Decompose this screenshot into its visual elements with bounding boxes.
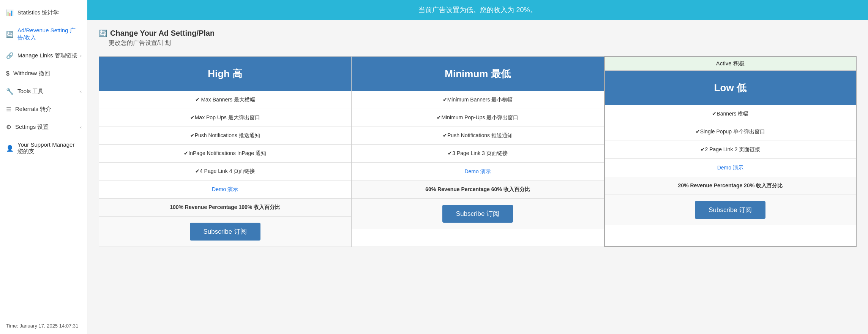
sidebar-item-label: Withdraw 撤回: [13, 70, 50, 77]
demo-link-minimum[interactable]: Demo 演示: [464, 168, 491, 174]
sidebar-item-label: Statistics 统计学: [17, 9, 59, 16]
plan-subscribe-minimum: Subscribe 订阅: [352, 199, 603, 229]
ad-revenue-icon: 🔄: [6, 31, 14, 38]
plan-revenue-low: 20% Revenue Percentage 20% 收入百分比: [605, 177, 856, 195]
chevron-icon: ‹: [80, 53, 82, 59]
settings-icon: ⚙: [6, 123, 11, 131]
plan-demo-minimum[interactable]: Demo 演示: [352, 163, 603, 181]
sidebar-item-label: Manage Links 管理链接: [17, 52, 77, 59]
feature-item: ✔Banners 横幅: [605, 105, 856, 123]
plan-card-high: High 高 ✔ Max Banners 最大横幅 ✔Max Pop Ups 最…: [99, 56, 351, 247]
tools-icon: 🔧: [6, 88, 14, 95]
plan-revenue-minimum: 60% Revenue Percentage 60% 收入百分比: [352, 181, 603, 199]
plan-subscribe-low: Subscribe 订阅: [605, 195, 856, 225]
refresh-icon: 🔄: [99, 29, 107, 38]
sidebar-item-support[interactable]: 👤 Your Support Manager 您的支: [0, 136, 87, 160]
feature-item: ✔2 Page Link 2 页面链接: [605, 141, 856, 159]
sidebar-item-settings[interactable]: ⚙ Settings 设置 ‹: [0, 118, 87, 136]
statistics-icon: 📊: [6, 9, 14, 16]
sidebar-item-referrals[interactable]: ☰ Referrals 转介: [0, 100, 87, 118]
plan-header-low: Low 低: [605, 71, 856, 105]
sidebar-item-label: Tools 工具: [17, 88, 44, 95]
sidebar-item-label: Referrals 转介: [15, 106, 51, 113]
sidebar-item-label: Settings 设置: [15, 123, 49, 131]
plan-features-minimum: ✔Minimum Banners 最小横幅 ✔Minimum Pop-Ups 最…: [352, 91, 603, 163]
plan-revenue-high: 100% Revenue Percentage 100% 收入百分比: [99, 199, 351, 217]
sidebar-item-ad-revenue[interactable]: 🔄 Ad/Revenue Setting 广告/收入: [0, 22, 87, 47]
demo-link-low[interactable]: Demo 演示: [717, 165, 743, 171]
demo-link-high[interactable]: Demo 演示: [212, 186, 238, 192]
feature-item: ✔Minimum Pop-Ups 最小弹出窗口: [352, 109, 603, 127]
plan-demo-high[interactable]: Demo 演示: [99, 180, 351, 199]
plan-card-low: Active 积极 Low 低 ✔Banners 横幅 ✔Single Popu…: [604, 56, 857, 247]
link-icon: 🔗: [6, 52, 14, 59]
main-content: 当前广告设置为低。您的收入为 20%。 🔄 Change Your Ad Set…: [87, 0, 868, 334]
feature-item: ✔InPage Notifications InPage 通知: [99, 145, 351, 163]
referrals-icon: ☰: [6, 106, 11, 113]
feature-item: ✔Minimum Banners 最小横幅: [352, 91, 603, 109]
page-title-line1: 🔄 Change Your Ad Setting/Plan: [99, 29, 857, 38]
plan-demo-low[interactable]: Demo 演示: [605, 159, 856, 177]
plan-features-high: ✔ Max Banners 最大横幅 ✔Max Pop Ups 最大弹出窗口 ✔…: [99, 91, 351, 180]
active-badge: Active 积极: [605, 57, 856, 71]
feature-item: ✔ Max Banners 最大横幅: [99, 91, 351, 109]
feature-item: ✔Push Notifications 推送通知: [99, 127, 351, 145]
plan-card-minimum: Minimum 最低 ✔Minimum Banners 最小横幅 ✔Minimu…: [351, 56, 604, 247]
chevron-icon: ‹: [80, 89, 82, 94]
content-area: 🔄 Change Your Ad Setting/Plan 更改您的广告设置/计…: [87, 20, 868, 334]
subscribe-button-high[interactable]: Subscribe 订阅: [190, 223, 260, 241]
plan-subscribe-high: Subscribe 订阅: [99, 217, 351, 247]
banner-text: 当前广告设置为低。您的收入为 20%。: [418, 6, 537, 14]
top-banner: 当前广告设置为低。您的收入为 20%。: [87, 0, 868, 20]
sidebar-item-tools[interactable]: 🔧 Tools 工具 ‹: [0, 82, 87, 100]
plan-header-high: High 高: [99, 57, 351, 91]
chevron-icon: ‹: [80, 125, 82, 130]
feature-item: ✔Single Popup 单个弹出窗口: [605, 123, 856, 141]
page-title-zh: 更改您的广告设置/计划: [109, 39, 857, 47]
sidebar-item-withdraw[interactable]: $ Withdraw 撤回: [0, 65, 87, 82]
dollar-icon: $: [6, 70, 9, 77]
sidebar-time: Time: January 17, 2025 14:07:31: [0, 318, 87, 334]
subscribe-button-minimum[interactable]: Subscribe 订阅: [442, 205, 513, 223]
sidebar: 📊 Statistics 统计学 🔄 Ad/Revenue Setting 广告…: [0, 0, 87, 334]
feature-item: ✔4 Page Link 4 页面链接: [99, 163, 351, 180]
feature-item: ✔Push Notifications 推送通知: [352, 127, 603, 145]
sidebar-item-label: Ad/Revenue Setting 广告/收入: [17, 27, 81, 41]
sidebar-item-manage-links[interactable]: 🔗 Manage Links 管理链接 ‹: [0, 47, 87, 65]
feature-item: ✔Max Pop Ups 最大弹出窗口: [99, 109, 351, 127]
plans-grid: High 高 ✔ Max Banners 最大横幅 ✔Max Pop Ups 最…: [99, 56, 857, 247]
feature-item: ✔3 Page Link 3 页面链接: [352, 145, 603, 163]
subscribe-button-low[interactable]: Subscribe 订阅: [695, 201, 765, 219]
sidebar-item-label: Your Support Manager 您的支: [17, 141, 81, 155]
page-title-section: 🔄 Change Your Ad Setting/Plan 更改您的广告设置/计…: [99, 29, 857, 47]
support-icon: 👤: [6, 145, 14, 152]
plan-features-low: ✔Banners 横幅 ✔Single Popup 单个弹出窗口 ✔2 Page…: [605, 105, 856, 159]
plan-header-minimum: Minimum 最低: [352, 57, 603, 91]
page-title-en: Change Your Ad Setting/Plan: [110, 29, 215, 38]
sidebar-item-statistics[interactable]: 📊 Statistics 统计学: [0, 4, 87, 22]
